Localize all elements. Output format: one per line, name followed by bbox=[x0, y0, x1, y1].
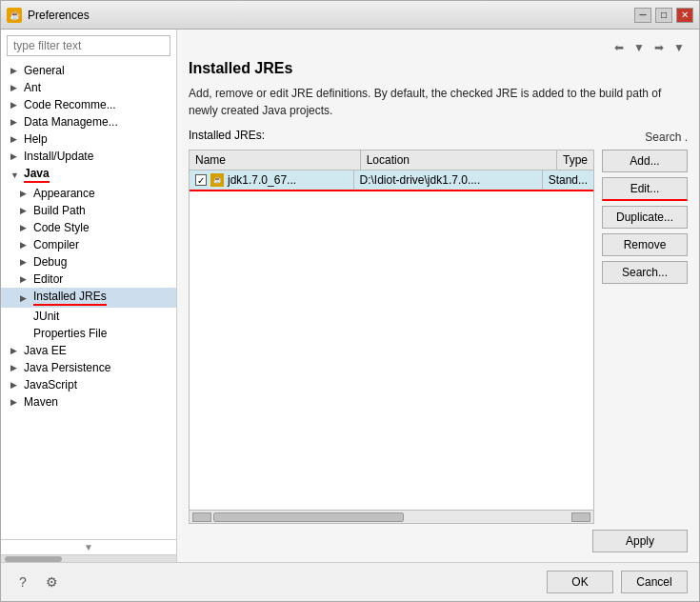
sidebar-item-label: Code Recomme... bbox=[24, 98, 116, 111]
apply-row: Apply bbox=[189, 524, 688, 552]
arrow-icon: ▶ bbox=[10, 134, 20, 144]
title-bar-left: ☕ Preferences bbox=[7, 8, 90, 23]
scroll-left-btn[interactable] bbox=[192, 512, 211, 522]
sidebar-item-code-recommender[interactable]: ▶ Code Recomme... bbox=[1, 96, 176, 113]
arrow-icon: ▶ bbox=[10, 380, 20, 390]
sidebar-item-build-path[interactable]: ▶ Build Path bbox=[1, 202, 176, 219]
sidebar-item-code-style[interactable]: ▶ Code Style bbox=[1, 219, 176, 236]
arrow-icon: ▶ bbox=[10, 117, 20, 127]
arrow-icon: ▶ bbox=[20, 293, 30, 303]
sidebar-item-label: Code Style bbox=[33, 221, 90, 234]
scroll-thumb[interactable] bbox=[213, 512, 404, 522]
app-icon: ☕ bbox=[7, 8, 22, 23]
sidebar-item-install-update[interactable]: ▶ Install/Update bbox=[1, 148, 176, 165]
panel-description: Add, remove or edit JRE definitions. By … bbox=[189, 85, 688, 119]
window-title: Preferences bbox=[28, 9, 90, 22]
row-name-cell: ✓ ☕ jdk1.7.0_67... bbox=[190, 171, 354, 190]
forward-icon-button[interactable]: ➡ bbox=[650, 39, 668, 56]
arrow-icon: ▶ bbox=[10, 346, 20, 355]
sidebar-item-help[interactable]: ▶ Help bbox=[1, 130, 176, 148]
arrow-icon: ▶ bbox=[20, 257, 30, 267]
sidebar-item-ant[interactable]: ▶ Ant bbox=[1, 79, 176, 96]
back-dropdown-button[interactable]: ▼ bbox=[630, 39, 648, 56]
jre-table: Name Location Type ✓ ☕ jdk1.7.0_ bbox=[189, 150, 594, 524]
arrow-icon: ▶ bbox=[20, 240, 30, 250]
sidebar-item-junit[interactable]: JUnit bbox=[1, 308, 176, 325]
sidebar-item-label: JUnit bbox=[33, 310, 59, 323]
col-header-name: Name bbox=[190, 150, 361, 170]
cancel-button[interactable]: Cancel bbox=[621, 571, 688, 593]
sidebar-item-java[interactable]: ▼ Java bbox=[1, 165, 176, 185]
sidebar-item-debug[interactable]: ▶ Debug bbox=[1, 253, 176, 271]
sidebar-item-data-management[interactable]: ▶ Data Manageme... bbox=[1, 113, 176, 130]
filter-input[interactable] bbox=[7, 35, 170, 56]
arrow-icon: ▶ bbox=[20, 274, 30, 284]
table-header: Name Location Type bbox=[190, 150, 593, 171]
ok-button[interactable]: OK bbox=[547, 571, 613, 593]
sidebar-item-compiler[interactable]: ▶ Compiler bbox=[1, 236, 176, 253]
sidebar-item-appearance[interactable]: ▶ Appearance bbox=[1, 185, 176, 202]
forward-dropdown-button[interactable]: ▼ bbox=[670, 39, 688, 56]
edit-button[interactable]: Edit... bbox=[602, 177, 688, 201]
sidebar-item-general[interactable]: ▶ General bbox=[1, 62, 176, 79]
col-header-location: Location bbox=[361, 150, 557, 170]
back-icon-button[interactable]: ⬅ bbox=[610, 39, 628, 56]
row-location-cell: D:\Idiot-drive\jdk1.7.0.... bbox=[354, 171, 543, 190]
sidebar-item-label: Appearance bbox=[33, 187, 95, 200]
sidebar-item-installed-jres[interactable]: ▶ Installed JREs bbox=[1, 288, 176, 308]
sidebar-item-properties-file[interactable]: Properties File bbox=[1, 325, 176, 342]
sidebar-item-javascript[interactable]: ▶ JavaScript bbox=[1, 376, 176, 393]
scroll-indicator-icon: ▼ bbox=[84, 542, 93, 552]
window-controls: ─ □ ✕ bbox=[634, 8, 693, 23]
minimize-button[interactable]: ─ bbox=[634, 8, 651, 23]
add-button[interactable]: Add... bbox=[602, 150, 688, 172]
sidebar-item-maven[interactable]: ▶ Maven bbox=[1, 393, 176, 411]
sidebar-item-label: Properties File bbox=[33, 327, 107, 340]
remove-button[interactable]: Remove bbox=[602, 233, 688, 256]
help-icon-button[interactable]: ? bbox=[12, 572, 33, 592]
sidebar-item-java-persistence[interactable]: ▶ Java Persistence bbox=[1, 359, 176, 376]
table-row[interactable]: ✓ ☕ jdk1.7.0_67... D:\Idiot-drive\jdk1.7… bbox=[190, 171, 593, 191]
arrow-icon: ▼ bbox=[10, 171, 20, 180]
bottom-bar: ? ⚙ OK Cancel bbox=[1, 562, 699, 601]
title-bar: ☕ Preferences ─ □ ✕ bbox=[1, 1, 699, 30]
sidebar-item-label: JavaScript bbox=[24, 378, 77, 391]
col-header-type: Type bbox=[557, 150, 593, 170]
jre-name: jdk1.7.0_67... bbox=[228, 173, 296, 187]
table-scrollbar-h[interactable] bbox=[190, 510, 593, 523]
sidebar-item-label: Java Persistence bbox=[24, 361, 110, 374]
tree-area: ▶ General ▶ Ant ▶ Code Recomme... ▶ Data… bbox=[1, 62, 176, 539]
jre-checkbox[interactable]: ✓ bbox=[195, 174, 207, 186]
arrow-icon: ▶ bbox=[20, 206, 30, 215]
settings-icon-button[interactable]: ⚙ bbox=[41, 572, 62, 592]
arrow-icon: ▶ bbox=[10, 363, 20, 372]
search-text: Search . bbox=[645, 130, 688, 144]
scroll-right-btn[interactable] bbox=[571, 512, 590, 522]
sidebar-item-java-ee[interactable]: ▶ Java EE bbox=[1, 342, 176, 359]
installed-label: Installed JREs: bbox=[189, 129, 265, 142]
sidebar-item-label: Java EE bbox=[24, 344, 67, 357]
sidebar-scrollbar[interactable] bbox=[1, 554, 176, 562]
table-body: ✓ ☕ jdk1.7.0_67... D:\Idiot-drive\jdk1.7… bbox=[190, 171, 593, 510]
close-button[interactable]: ✕ bbox=[676, 8, 693, 23]
bottom-left: ? ⚙ bbox=[12, 572, 62, 592]
main-content: ▶ General ▶ Ant ▶ Code Recomme... ▶ Data… bbox=[1, 30, 699, 562]
duplicate-button[interactable]: Duplicate... bbox=[602, 206, 688, 229]
arrow-icon: ▶ bbox=[10, 66, 20, 75]
button-section: Add... Edit... Duplicate... Remove Searc… bbox=[602, 150, 688, 524]
right-panel: ⬅ ▼ ➡ ▼ Installed JREs Add, remove or ed… bbox=[177, 30, 699, 562]
search-button[interactable]: Search... bbox=[602, 261, 688, 284]
arrow-icon: ▶ bbox=[10, 100, 20, 110]
apply-button[interactable]: Apply bbox=[592, 530, 688, 552]
sidebar-item-label: Maven bbox=[24, 395, 58, 409]
arrow-icon: ▶ bbox=[20, 223, 30, 232]
row-type-cell: Stand... bbox=[543, 171, 593, 190]
arrow-icon: ▶ bbox=[10, 151, 20, 161]
sidebar-item-editor[interactable]: ▶ Editor bbox=[1, 271, 176, 288]
sidebar-item-label: Data Manageme... bbox=[24, 115, 118, 129]
jre-icon: ☕ bbox=[210, 173, 224, 187]
sidebar-item-label: General bbox=[24, 64, 65, 77]
sidebar-scroll-thumb[interactable] bbox=[5, 556, 62, 562]
maximize-button[interactable]: □ bbox=[655, 8, 672, 23]
sidebar-item-label: Editor bbox=[33, 272, 63, 286]
